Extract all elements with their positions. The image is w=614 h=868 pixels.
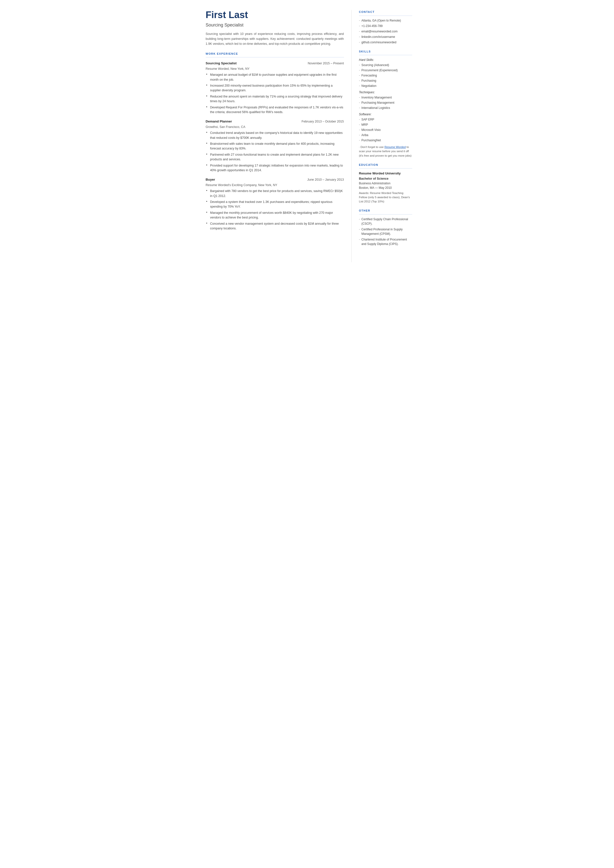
bullet-3-1: Bargained with 780 vendors to get the be… <box>206 189 344 199</box>
right-column: CONTACT Atlanta, GA (Open to Remote) +1-… <box>352 10 419 262</box>
bullet-1-3: Reduced the amount spent on materials by… <box>206 94 344 104</box>
skills-divider <box>359 55 412 55</box>
job-company-3: Resume Worded's Exciting Company, New Yo… <box>206 183 344 188</box>
contact-divider <box>359 16 412 16</box>
job-title-1: Sourcing Specialist <box>206 61 237 66</box>
contact-linkedin: linkedin.com/in/username <box>359 35 412 39</box>
bullet-1-1: Managed an annual budget of $1M to purch… <box>206 73 344 82</box>
job-header-1: Sourcing Specialist November 2015 – Pres… <box>206 61 344 66</box>
job-bullets-3: Bargained with 780 vendors to get the be… <box>206 189 344 231</box>
job-company-2: Growthsi, San Francisco, CA <box>206 125 344 129</box>
other-list: Certified Supply Chain Professional (CSC… <box>359 217 412 246</box>
contact-github: github.com/resumeworded <box>359 40 412 45</box>
skill-mrp: MRP <box>359 123 412 127</box>
bullet-3-2: Developed a system that tracked over 1.3… <box>206 200 344 209</box>
edu-degree: Bachelor of Science <box>359 176 412 181</box>
education-section: EDUCATION Resume Worded University Bache… <box>359 163 412 204</box>
job-dates-3: June 2010 – January 2013 <box>307 177 344 182</box>
job-header-3: Buyer June 2010 – January 2013 <box>206 177 344 182</box>
job-dates-2: February 2013 – October 2015 <box>302 119 344 124</box>
hard-skills-list: Sourcing (Advanced) Procurement (Experie… <box>359 63 412 88</box>
contact-section: CONTACT Atlanta, GA (Open to Remote) +1-… <box>359 10 412 45</box>
skills-heading: SKILLS <box>359 50 412 54</box>
bullet-2-2: Brainstormed with sales team to create m… <box>206 141 344 151</box>
skill-sourcing: Sourcing (Advanced) <box>359 63 412 67</box>
summary: Sourcing specialist with 10 years of exp… <box>206 31 344 46</box>
education-divider <box>359 168 412 169</box>
techniques-label: Techniques: <box>359 90 412 95</box>
work-experience-heading: WORK EXPERIENCE <box>206 52 344 56</box>
bullet-1-4: Developed Request For Proposals (RFPs) a… <box>206 105 344 115</box>
skill-purchasingnet: PurchasingNet <box>359 138 412 143</box>
edu-awards: Awards: Resume Worded Teaching Fellow (o… <box>359 191 412 204</box>
bullet-2-3: Partnered with 27 cross-functional teams… <box>206 152 344 162</box>
job-dates-1: November 2015 – Present <box>308 61 344 66</box>
job-bullets-1: Managed an annual budget of $1M to purch… <box>206 73 344 115</box>
education-heading: EDUCATION <box>359 163 412 167</box>
contact-phone: +1-234-456-789 <box>359 24 412 28</box>
job-bullets-2: Conducted trend analysis based on the co… <box>206 130 344 173</box>
skill-forecasting: Forecasting <box>359 73 412 78</box>
skills-section: SKILLS Hard Skills: Sourcing (Advanced) … <box>359 50 412 158</box>
job-block-demand-planner: Demand Planner February 2013 – October 2… <box>206 119 344 173</box>
contact-location: Atlanta, GA (Open to Remote) <box>359 18 412 23</box>
work-experience-divider <box>206 57 344 57</box>
techniques-list: Inventory Management Purchasing Manageme… <box>359 95 412 110</box>
name: First Last <box>206 10 344 20</box>
skill-intl-logistics: International Logistics <box>359 106 412 110</box>
promo-text: · Don't forget to use Resume Worded to s… <box>359 145 412 158</box>
other-section: OTHER Certified Supply Chain Professiona… <box>359 209 412 246</box>
software-label: Software: <box>359 112 412 116</box>
skill-purchasing: Purchasing <box>359 78 412 83</box>
hard-skills-label: Hard Skills: <box>359 57 412 62</box>
other-heading: OTHER <box>359 209 412 213</box>
edu-location: Boston, MA — May 2010 <box>359 186 412 190</box>
job-block-sourcing-specialist: Sourcing Specialist November 2015 – Pres… <box>206 61 344 115</box>
other-cips: Chartered Institute of Procurement and S… <box>359 237 412 246</box>
software-list: SAP ERP MRP Microsoft Visio Ariba Purcha… <box>359 117 412 143</box>
skill-purchasing-mgmt: Purchasing Management <box>359 101 412 105</box>
other-cscp: Certified Supply Chain Professional (CSC… <box>359 217 412 226</box>
skill-visio: Microsoft Visio <box>359 128 412 132</box>
job-block-buyer: Buyer June 2010 – January 2013 Resume Wo… <box>206 177 344 231</box>
bullet-1-2: Increased 200 minority-owned business pa… <box>206 83 344 93</box>
contact-heading: CONTACT <box>359 10 412 14</box>
skill-procurement: Procurement (Experienced) <box>359 68 412 73</box>
promo-link[interactable]: Resume Worded <box>385 146 406 149</box>
job-header-2: Demand Planner February 2013 – October 2… <box>206 119 344 124</box>
other-cpsm: Certified Professional in Supply Managem… <box>359 227 412 236</box>
job-title: Sourcing Specialist <box>206 22 344 28</box>
bullet-2-1: Conducted trend analysis based on the co… <box>206 130 344 140</box>
contact-email: email@resumeworded.com <box>359 29 412 34</box>
bullet-3-3: Managed the monthly procurement of servi… <box>206 211 344 220</box>
job-title-2: Demand Planner <box>206 119 232 124</box>
edu-field: Business Administration <box>359 181 412 186</box>
left-column: First Last Sourcing Specialist Sourcing … <box>196 10 352 262</box>
skill-sap: SAP ERP <box>359 117 412 122</box>
contact-list: Atlanta, GA (Open to Remote) +1-234-456-… <box>359 18 412 45</box>
skill-inventory: Inventory Management <box>359 95 412 100</box>
job-title-3: Buyer <box>206 177 215 182</box>
skill-ariba: Ariba <box>359 133 412 137</box>
bullet-3-4: Conceived a new vendor management system… <box>206 222 344 231</box>
bullet-2-4: Provided support for developing 17 strat… <box>206 163 344 173</box>
edu-school: Resume Worded University <box>359 171 412 176</box>
job-company-1: Resume Worded, New York, NY <box>206 67 344 71</box>
skill-negotiation: Negotiation <box>359 84 412 88</box>
work-experience-section: WORK EXPERIENCE Sourcing Specialist Nove… <box>206 52 344 231</box>
